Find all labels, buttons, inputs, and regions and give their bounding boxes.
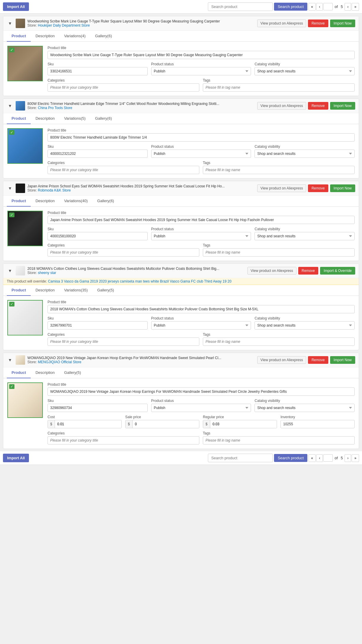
remove-button-4[interactable]: Remove (298, 267, 319, 275)
status-select-3[interactable]: Publish Draft (151, 232, 251, 240)
inventory-input-5[interactable] (281, 420, 355, 428)
tags-input-5[interactable] (203, 436, 355, 445)
collapse-btn-2[interactable]: ▼ (7, 103, 13, 108)
tab-1-3[interactable]: Gallery(6) (90, 31, 117, 42)
visibility-select-2[interactable]: Shop and search results Shop only Search… (255, 150, 355, 158)
tab-2-3[interactable]: Gallery(6) (90, 113, 117, 124)
bottom-page-prev-button[interactable]: ‹ (316, 454, 323, 462)
visibility-select-4[interactable]: Shop and search results Shop only Search… (255, 321, 355, 330)
visibility-select-5[interactable]: Shop and search results Shop only Search… (255, 404, 355, 412)
title-input-4[interactable] (48, 305, 355, 313)
store-link-3[interactable]: Robmoda K&K Store (38, 188, 71, 192)
collapse-btn-1[interactable]: ▼ (7, 21, 13, 26)
tab-4-3[interactable]: Gallery(5) (92, 285, 119, 296)
tags-input-3[interactable] (203, 248, 355, 257)
bottom-pagination: « ‹ 1 of 5 › » (309, 454, 359, 462)
cost-input-5[interactable] (55, 420, 121, 428)
store-link-1[interactable]: Houkiper Daily Department Store (38, 23, 90, 27)
collapse-btn-3[interactable]: ▼ (7, 186, 13, 191)
top-page-next-button[interactable]: › (345, 3, 351, 11)
sku-input-3[interactable] (48, 232, 148, 240)
regular-price-input-5[interactable] (210, 420, 277, 428)
tabs-1: ProductDescriptionVariations(4)Gallery(6… (3, 31, 359, 42)
remove-button-3[interactable]: Remove (308, 184, 328, 192)
top-page-first-button[interactable]: « (309, 3, 316, 11)
sale-price-input-5[interactable] (133, 420, 199, 428)
tags-input-1[interactable] (203, 83, 355, 92)
remove-button-5[interactable]: Remove (308, 356, 328, 364)
tab-5-2[interactable]: Gallery(5) (59, 367, 86, 378)
status-select-2[interactable]: Publish Draft (151, 150, 251, 158)
tab-4-1[interactable]: Description (31, 285, 59, 296)
tab-3-3[interactable]: Gallery(6) (92, 196, 119, 207)
top-import-all-button[interactable]: Import All (3, 2, 29, 11)
remove-button-1[interactable]: Remove (308, 20, 328, 27)
bottom-search-button[interactable]: Search product (274, 454, 307, 462)
bottom-page-first-button[interactable]: « (309, 454, 316, 462)
tags-input-4[interactable] (203, 338, 355, 346)
import-button-1[interactable]: Import Now (330, 20, 355, 27)
store-link-5[interactable]: MENGJIQIAO Official Store (38, 360, 81, 364)
categories-label-1: Categories (48, 78, 199, 82)
categories-input-4[interactable] (48, 338, 199, 346)
view-product-button-5[interactable]: View product on Aliexpress (257, 356, 306, 364)
tab-2-0[interactable]: Product (7, 113, 31, 124)
collapse-btn-5[interactable]: ▼ (7, 358, 13, 362)
top-page-last-button[interactable]: » (352, 3, 359, 11)
categories-input-1[interactable] (48, 83, 199, 92)
import-button-4[interactable]: Import & Override (320, 267, 355, 275)
tags-input-2[interactable] (203, 166, 355, 174)
view-product-button-2[interactable]: View product on Aliexpress (257, 102, 306, 110)
title-input-3[interactable] (48, 216, 355, 224)
visibility-select-1[interactable]: Shop and search results Shop only Search… (255, 67, 355, 75)
import-button-5[interactable]: Import Now (330, 356, 355, 364)
sku-input-5[interactable] (48, 404, 148, 412)
view-product-button-4[interactable]: View product on Aliexpress (247, 267, 296, 275)
tab-1-0[interactable]: Product (7, 31, 31, 42)
categories-input-2[interactable] (48, 166, 199, 174)
bottom-search-input[interactable] (208, 454, 273, 462)
bottom-page-last-button[interactable]: » (352, 454, 359, 462)
view-product-button-3[interactable]: View product on Aliexpress (257, 184, 306, 192)
status-select-5[interactable]: Publish Draft (151, 404, 251, 412)
remove-button-2[interactable]: Remove (308, 102, 328, 110)
tab-3-2[interactable]: Variations(40) (59, 196, 92, 207)
categories-input-5[interactable] (48, 436, 199, 445)
tab-3-1[interactable]: Description (31, 196, 59, 207)
import-button-3[interactable]: Import Now (330, 184, 355, 192)
tab-5-0[interactable]: Product (7, 367, 31, 378)
product-header-store-4: Store: sheeny star (27, 271, 245, 275)
categories-input-3[interactable] (48, 248, 199, 257)
visibility-select-3[interactable]: Shop and search results Shop only Search… (255, 232, 355, 240)
tab-1-1[interactable]: Description (31, 31, 59, 42)
tab-2-1[interactable]: Description (31, 113, 59, 124)
product-card-4: ▼ 2018 WOMAN's Cotton Clothes Long Sleev… (3, 263, 359, 350)
visibility-label-3: Catalog visibility (255, 227, 355, 231)
top-page-input[interactable]: 1 (323, 3, 333, 10)
tab-4-2[interactable]: Variations(35) (59, 285, 92, 296)
import-button-2[interactable]: Import Now (330, 102, 355, 110)
bottom-page-input[interactable]: 1 (323, 454, 333, 462)
tab-2-2[interactable]: Variations(5) (59, 113, 90, 124)
title-input-2[interactable] (48, 133, 355, 142)
sku-input-1[interactable] (48, 67, 148, 75)
title-input-5[interactable] (48, 387, 355, 396)
sku-input-4[interactable] (48, 321, 148, 330)
bottom-page-next-button[interactable]: › (345, 454, 351, 462)
store-link-2[interactable]: China Pro Tools Store (38, 106, 72, 110)
collapse-btn-4[interactable]: ▼ (7, 268, 13, 273)
title-input-1[interactable] (48, 51, 355, 59)
tab-4-0[interactable]: Product (7, 285, 31, 296)
status-select-1[interactable]: Publish Draft (151, 67, 251, 75)
top-search-button[interactable]: Search product (274, 3, 307, 11)
view-product-button-1[interactable]: View product on Aliexpress (257, 20, 306, 27)
top-page-prev-button[interactable]: ‹ (316, 3, 323, 11)
top-search-input[interactable] (208, 2, 273, 11)
sku-input-2[interactable] (48, 150, 148, 158)
tab-1-2[interactable]: Variations(4) (59, 31, 90, 42)
tab-5-1[interactable]: Description (31, 367, 59, 378)
status-select-4[interactable]: Publish Draft (151, 321, 251, 330)
tab-3-0[interactable]: Product (7, 196, 31, 207)
store-link-4[interactable]: sheeny star (38, 271, 56, 275)
bottom-import-all-button[interactable]: Import All (3, 454, 29, 462)
